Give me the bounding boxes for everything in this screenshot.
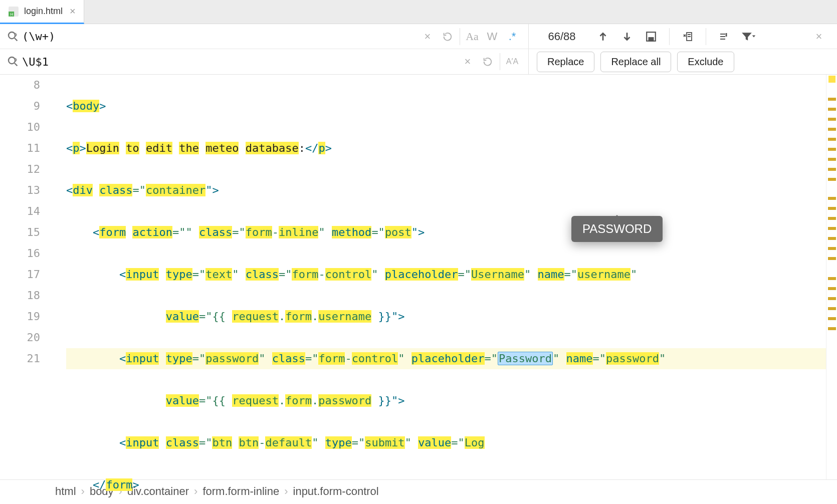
replace-all-button[interactable]: Replace all — [600, 52, 671, 72]
marker[interactable] — [828, 197, 836, 200]
marker[interactable] — [828, 98, 836, 101]
code-line[interactable]: value="{{ request.form.password }}"> — [66, 390, 826, 411]
marker[interactable] — [828, 317, 836, 320]
svg-text:I: I — [726, 33, 727, 37]
marker[interactable] — [828, 217, 836, 220]
replace-preview-tooltip: PASSWORD — [571, 216, 663, 242]
line-number: 18 — [0, 285, 40, 306]
find-history-icon[interactable] — [438, 27, 458, 47]
selected-match: Password — [498, 352, 553, 365]
in-selection-icon[interactable]: I — [716, 29, 732, 45]
clear-find-icon[interactable]: × — [417, 27, 438, 47]
line-number: 21 — [0, 348, 40, 369]
match-case-toggle[interactable]: Aa — [462, 27, 482, 47]
marker[interactable] — [828, 227, 836, 230]
marker[interactable] — [828, 247, 836, 250]
marker[interactable] — [828, 158, 836, 161]
regex-toggle[interactable]: .* — [502, 27, 522, 47]
preserve-case-toggle[interactable]: A′A — [502, 52, 522, 72]
new-find-window-icon[interactable] — [680, 29, 696, 45]
code-line[interactable]: <body> — [66, 96, 826, 117]
editor[interactable]: 8 9 10 11 12 13 14 15 16 17 18 19 20 21 … — [0, 75, 837, 479]
match-count: 66/88 — [537, 30, 587, 43]
code-line[interactable]: </form> — [66, 474, 826, 495]
replace-row: × A′A Replace Replace all Exclude — [0, 49, 837, 74]
code-line[interactable]: <input type="password" class="form-contr… — [66, 348, 826, 369]
marker[interactable] — [828, 178, 836, 181]
line-number: 12 — [0, 159, 40, 180]
code-line[interactable]: <form action="" class="form-inline" meth… — [66, 222, 826, 243]
code-line[interactable]: value="{{ request.form.username }}"> — [66, 306, 826, 327]
marker-strip[interactable] — [826, 75, 837, 479]
line-number: 17 — [0, 264, 40, 285]
find-row: × Aa W .* 66/88 I × — [0, 24, 837, 49]
line-number: 9 — [0, 96, 40, 117]
find-replace-panel: × Aa W .* 66/88 I × — [0, 24, 837, 75]
tab-label: login.html — [24, 6, 63, 17]
clear-replace-icon[interactable]: × — [458, 52, 478, 72]
replace-input[interactable] — [22, 56, 458, 68]
search-icon[interactable] — [7, 31, 19, 43]
line-number: 8 — [0, 75, 40, 96]
marker[interactable] — [828, 297, 836, 300]
exclude-button[interactable]: Exclude — [677, 52, 734, 72]
search-icon[interactable] — [7, 56, 19, 68]
marker[interactable] — [828, 168, 836, 171]
line-number: 16 — [0, 243, 40, 264]
marker[interactable] — [828, 128, 836, 131]
line-number: 13 — [0, 180, 40, 201]
marker[interactable] — [828, 108, 836, 111]
marker[interactable] — [828, 277, 836, 280]
html-file-icon: H — [8, 6, 19, 17]
code-line[interactable]: <div class="container"> — [66, 180, 826, 201]
svg-point-3 — [9, 32, 15, 39]
line-number: 20 — [0, 327, 40, 348]
svg-line-4 — [15, 38, 17, 41]
svg-point-9 — [9, 57, 15, 64]
svg-line-10 — [15, 63, 17, 66]
find-input[interactable] — [22, 30, 417, 43]
marker[interactable] — [828, 287, 836, 290]
svg-text:H: H — [10, 12, 13, 16]
close-panel-icon[interactable]: × — [809, 27, 829, 47]
marker[interactable] — [828, 237, 836, 240]
marker[interactable] — [828, 76, 835, 83]
next-match-icon[interactable] — [619, 29, 635, 45]
marker[interactable] — [828, 307, 836, 310]
line-number: 10 — [0, 117, 40, 138]
filter-icon[interactable] — [740, 29, 756, 45]
line-number: 14 — [0, 201, 40, 222]
svg-rect-6 — [649, 38, 654, 41]
marker[interactable] — [828, 118, 836, 121]
editor-tab[interactable]: H login.html × — [0, 0, 84, 24]
marker[interactable] — [828, 327, 836, 330]
replace-history-icon[interactable] — [478, 52, 498, 72]
line-number: 15 — [0, 222, 40, 243]
close-icon[interactable]: × — [70, 6, 76, 17]
code-line[interactable]: <p>Login to edit the meteo database:</p> — [66, 138, 826, 159]
line-gutter: 8 9 10 11 12 13 14 15 16 17 18 19 20 21 — [0, 75, 50, 479]
replace-button[interactable]: Replace — [537, 52, 594, 72]
fold-column — [50, 75, 64, 479]
code-area[interactable]: <body> <p>Login to edit the meteo databa… — [64, 75, 826, 479]
tooltip-text: PASSWORD — [582, 222, 652, 235]
marker[interactable] — [828, 207, 836, 210]
prev-match-icon[interactable] — [595, 29, 611, 45]
code-line[interactable]: <input type="text" class="form-control" … — [66, 264, 826, 285]
marker[interactable] — [828, 148, 836, 151]
line-number: 11 — [0, 138, 40, 159]
line-number: 19 — [0, 306, 40, 327]
code-line[interactable]: <input class="btn btn-default" type="sub… — [66, 432, 826, 453]
select-all-icon[interactable] — [643, 29, 659, 45]
marker[interactable] — [828, 257, 836, 260]
marker[interactable] — [828, 138, 836, 141]
words-toggle[interactable]: W — [482, 27, 502, 47]
tab-bar: H login.html × — [0, 0, 837, 24]
